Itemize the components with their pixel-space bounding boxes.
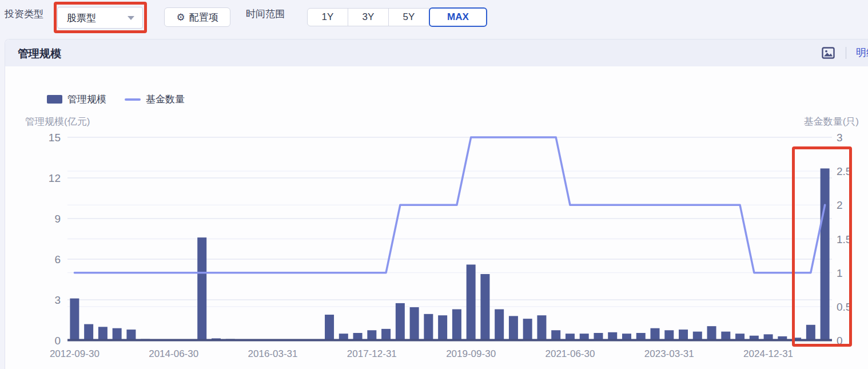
bar[interactable] — [495, 310, 504, 340]
gridlines — [67, 137, 832, 307]
left-axis-tick: 12 — [49, 172, 61, 184]
bar[interactable] — [509, 316, 518, 340]
bar[interactable] — [424, 314, 433, 340]
annotation-highlight-dropdown — [54, 2, 147, 33]
left-axis-tick: 0 — [54, 335, 61, 347]
x-axis-tick: 2024-12-31 — [743, 348, 793, 359]
right-axis-tick: 3 — [837, 132, 843, 144]
x-axis-tick: 2012-09-30 — [50, 348, 99, 359]
x-axis-tick: 2019-09-30 — [446, 348, 496, 359]
bar[interactable] — [480, 274, 489, 340]
bar[interactable] — [467, 264, 476, 340]
x-axis-tick: 2021-06-30 — [545, 348, 595, 359]
bar[interactable] — [325, 315, 334, 340]
bar[interactable] — [126, 330, 136, 340]
x-axis-tick: 2017-12-31 — [347, 348, 397, 359]
bar[interactable] — [84, 324, 93, 340]
x-axis-tick: 2016-03-31 — [248, 348, 298, 359]
bar[interactable] — [551, 330, 560, 340]
left-axis-tick: 15 — [49, 132, 61, 144]
x-axis-line — [67, 339, 832, 342]
bar[interactable] — [396, 303, 405, 340]
bar[interactable] — [410, 307, 419, 340]
left-axis-tick: 9 — [54, 213, 61, 225]
bar[interactable] — [381, 329, 391, 340]
bar[interactable] — [523, 319, 532, 340]
bar[interactable] — [70, 299, 79, 340]
bar-series — [70, 168, 829, 340]
bar[interactable] — [664, 330, 674, 340]
bar[interactable] — [679, 330, 688, 340]
bar[interactable] — [367, 330, 376, 340]
left-axis-tick: 6 — [54, 253, 61, 265]
left-axis-tick: 3 — [54, 294, 61, 306]
bar[interactable] — [651, 328, 660, 340]
bar[interactable] — [197, 237, 206, 340]
x-axis-tick: 2014-06-30 — [149, 348, 198, 359]
annotation-highlight-latest-bars — [792, 146, 852, 347]
bar[interactable] — [707, 326, 716, 340]
time-range-button-max[interactable]: MAX — [429, 7, 487, 27]
bar[interactable] — [452, 310, 461, 340]
bar[interactable] — [98, 327, 107, 340]
bar[interactable] — [113, 328, 122, 340]
bar[interactable] — [537, 315, 546, 340]
x-axis-tick: 2023-03-31 — [644, 348, 694, 359]
bar[interactable] — [438, 315, 447, 340]
fund-manager-scale-page: 投资类型 股票型 ⚙︎ 配置项 时间范围 1Y3Y5YMAX 管理规模 明细 管… — [0, 0, 868, 369]
management-scale-chart: 0369121500.511.522.532012-09-302014-06-3… — [0, 0, 868, 369]
